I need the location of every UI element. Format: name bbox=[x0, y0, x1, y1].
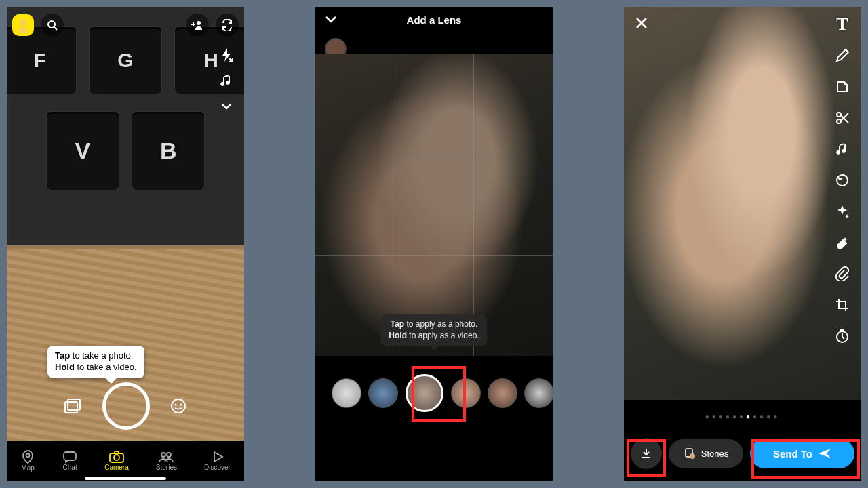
pencil-icon bbox=[835, 48, 850, 63]
tooltip-hold: Hold bbox=[389, 331, 407, 340]
svg-point-22 bbox=[690, 453, 695, 459]
play-icon bbox=[212, 451, 224, 463]
story-icon bbox=[684, 447, 696, 460]
svg-point-11 bbox=[26, 454, 30, 458]
lens-screen: Add a Lens Tap to apply as a photo. Hold… bbox=[315, 7, 553, 481]
home-indicator bbox=[85, 477, 166, 480]
lens-option[interactable] bbox=[524, 378, 553, 408]
key-f: F bbox=[7, 27, 76, 94]
svg-point-18 bbox=[837, 119, 841, 123]
tutorial-highlight bbox=[627, 439, 666, 477]
shutter-button[interactable] bbox=[102, 382, 150, 430]
scissors-tool[interactable] bbox=[830, 107, 854, 129]
music-button[interactable] bbox=[214, 70, 239, 91]
nav-label: Discover bbox=[204, 464, 231, 471]
svg-point-0 bbox=[20, 18, 26, 26]
lens-option[interactable] bbox=[488, 378, 517, 408]
lens-tooltip: Tap to apply as a photo. Hold to apply a… bbox=[380, 314, 487, 346]
lens-button[interactable] bbox=[170, 398, 186, 414]
chat-icon bbox=[62, 451, 77, 463]
svg-point-1 bbox=[48, 21, 55, 28]
edit-screen: T ●●●●●●●●●●● Stories Send To bbox=[624, 7, 861, 481]
tooltip-hold: Hold bbox=[55, 362, 75, 372]
scissors-icon bbox=[835, 110, 850, 125]
key-g: G bbox=[90, 27, 161, 94]
tooltip-tap: Tap bbox=[391, 319, 404, 329]
profile-button[interactable] bbox=[12, 14, 34, 36]
chevron-down-icon bbox=[221, 103, 232, 110]
link-tool[interactable] bbox=[830, 263, 854, 285]
draw-tool[interactable] bbox=[830, 45, 854, 66]
svg-point-9 bbox=[175, 404, 177, 406]
capture-tooltip: Tap to take a photo. Hold to take a vide… bbox=[47, 346, 144, 378]
smiley-icon bbox=[170, 398, 186, 414]
add-friend-button[interactable] bbox=[186, 14, 209, 37]
timer-tool[interactable] bbox=[830, 325, 854, 347]
camera-icon bbox=[108, 451, 125, 463]
sparkle-tool[interactable] bbox=[830, 201, 854, 222]
camera-topbar bbox=[12, 14, 239, 37]
people-icon bbox=[158, 451, 174, 463]
sticker-tool[interactable] bbox=[830, 76, 854, 98]
search-button[interactable] bbox=[41, 14, 64, 37]
svg-point-10 bbox=[180, 404, 182, 406]
nav-stories[interactable]: Stories bbox=[156, 451, 177, 471]
lens-header: Add a Lens bbox=[315, 7, 553, 33]
lens-option[interactable] bbox=[332, 378, 361, 408]
lens-preview[interactable] bbox=[315, 54, 553, 356]
key-b: B bbox=[132, 112, 204, 190]
dismiss-button[interactable] bbox=[325, 16, 337, 24]
nav-discover[interactable]: Discover bbox=[204, 451, 231, 471]
svg-point-8 bbox=[172, 399, 185, 413]
remix-icon bbox=[835, 173, 850, 188]
nav-label: Stories bbox=[156, 464, 177, 471]
memories-button[interactable] bbox=[64, 399, 82, 413]
map-pin-icon bbox=[20, 450, 35, 464]
eraser-icon bbox=[835, 235, 850, 250]
key-v: V bbox=[47, 112, 119, 190]
nav-map[interactable]: Map bbox=[20, 450, 35, 472]
crop-icon bbox=[835, 298, 850, 312]
flip-camera-button[interactable] bbox=[216, 14, 239, 37]
svg-point-15 bbox=[161, 453, 165, 457]
search-icon bbox=[47, 20, 58, 30]
filter-indicator: ●●●●●●●●●●● bbox=[624, 413, 861, 420]
bitmoji-icon bbox=[17, 18, 29, 33]
sparkle-icon bbox=[835, 204, 850, 219]
svg-rect-12 bbox=[64, 452, 76, 460]
svg-rect-6 bbox=[68, 399, 80, 410]
stories-label: Stories bbox=[701, 449, 728, 459]
flash-button[interactable] bbox=[214, 45, 239, 65]
close-button[interactable] bbox=[635, 16, 648, 30]
magic-eraser-tool[interactable] bbox=[830, 232, 854, 253]
nav-label: Map bbox=[21, 464, 34, 472]
paperclip-icon bbox=[835, 266, 850, 281]
edit-tools: T bbox=[830, 14, 854, 347]
timer-icon bbox=[835, 329, 850, 344]
nav-label: Camera bbox=[104, 464, 129, 471]
stories-button[interactable]: Stories bbox=[669, 439, 743, 468]
remix-tool[interactable] bbox=[830, 169, 854, 191]
tooltip-tap: Tap bbox=[55, 350, 70, 361]
nav-chat[interactable]: Chat bbox=[62, 451, 77, 471]
lens-option[interactable] bbox=[368, 378, 398, 408]
close-icon bbox=[635, 16, 648, 30]
capture-row bbox=[7, 382, 244, 430]
nav-camera[interactable]: Camera bbox=[104, 451, 129, 471]
more-tools-button[interactable] bbox=[214, 96, 239, 117]
svg-point-16 bbox=[167, 453, 171, 457]
svg-point-3 bbox=[197, 21, 201, 25]
bottom-nav: Map Chat Camera Stories Discover bbox=[7, 441, 244, 481]
svg-point-14 bbox=[114, 455, 119, 460]
chevron-down-icon bbox=[325, 16, 337, 24]
svg-line-2 bbox=[54, 27, 57, 30]
crop-tool[interactable] bbox=[830, 294, 854, 316]
keyboard-row: V B bbox=[7, 112, 244, 190]
snap-preview[interactable] bbox=[624, 7, 861, 400]
camera-side-tools bbox=[214, 45, 239, 117]
add-friend-icon bbox=[191, 20, 203, 30]
camera-screen: F G H V B bbox=[7, 7, 244, 481]
music-tool[interactable] bbox=[830, 138, 854, 160]
text-tool[interactable]: T bbox=[830, 14, 854, 35]
flash-off-icon bbox=[220, 47, 233, 62]
